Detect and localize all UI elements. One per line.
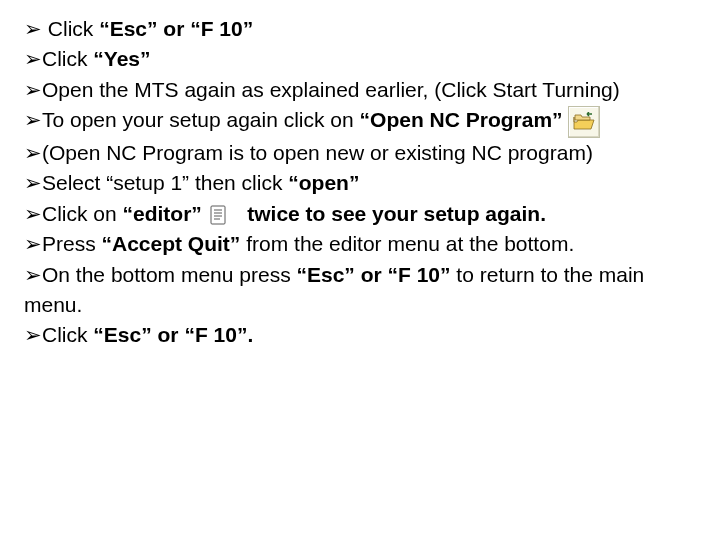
text: On the bottom menu press (42, 263, 296, 286)
text: Click (42, 323, 93, 346)
text: Press (42, 232, 102, 255)
text-bold: “Open NC Program” (360, 108, 563, 131)
text: from the editor menu at the bottom. (240, 232, 574, 255)
text: Click on (42, 202, 123, 225)
text-bold: “editor” (123, 202, 202, 225)
list-item: ➢Open the MTS again as explained earlier… (24, 75, 696, 105)
text: Click (42, 17, 99, 40)
list-item: ➢Click “Esc” or “F 10”. (24, 320, 696, 350)
bullet-icon: ➢ (24, 263, 42, 286)
text-bold: “open” (288, 171, 359, 194)
bullet-icon: ➢ (24, 47, 42, 70)
bullet-icon: ➢ (24, 141, 42, 164)
text-bold: “Accept Quit” (102, 232, 241, 255)
text-bold: “Esc” or “F 10” (99, 17, 253, 40)
bullet-icon: ➢ (24, 78, 42, 101)
text: To open your setup again click on (42, 108, 360, 131)
list-item: ➢On the bottom menu press “Esc” or “F 10… (24, 260, 696, 321)
list-item: ➢Click on “editor” twice to see your set… (24, 199, 696, 229)
list-item: ➢ Click “Esc” or “F 10” (24, 14, 696, 44)
open-folder-icon (568, 106, 600, 138)
bullet-icon: ➢ (24, 108, 42, 131)
bullet-icon: ➢ (24, 17, 42, 40)
list-item: ➢Click “Yes” (24, 44, 696, 74)
bullet-icon: ➢ (24, 323, 42, 346)
text-bold: twice to see your setup again. (247, 202, 546, 225)
text-bold: “Esc” or “F 10” (296, 263, 450, 286)
text-bold: “Esc” or “F 10”. (93, 323, 253, 346)
text: Select “setup 1” then click (42, 171, 288, 194)
list-item: ➢Press “Accept Quit” from the editor men… (24, 229, 696, 259)
list-item: ➢(Open NC Program is to open new or exis… (24, 138, 696, 168)
text-bold: “Yes” (93, 47, 150, 70)
text: (Open NC Program is to open new or exist… (42, 141, 593, 164)
list-item: ➢Select “setup 1” then click “open” (24, 168, 696, 198)
svg-rect-0 (211, 206, 225, 224)
text: Click (42, 47, 93, 70)
bullet-icon: ➢ (24, 171, 42, 194)
bullet-icon: ➢ (24, 202, 42, 225)
editor-icon (210, 205, 228, 225)
text (202, 202, 208, 225)
list-item: ➢To open your setup again click on “Open… (24, 105, 696, 137)
slide-body: ➢ Click “Esc” or “F 10” ➢Click “Yes” ➢Op… (0, 0, 720, 351)
text: Open the MTS again as explained earlier,… (42, 78, 620, 101)
bullet-icon: ➢ (24, 232, 42, 255)
